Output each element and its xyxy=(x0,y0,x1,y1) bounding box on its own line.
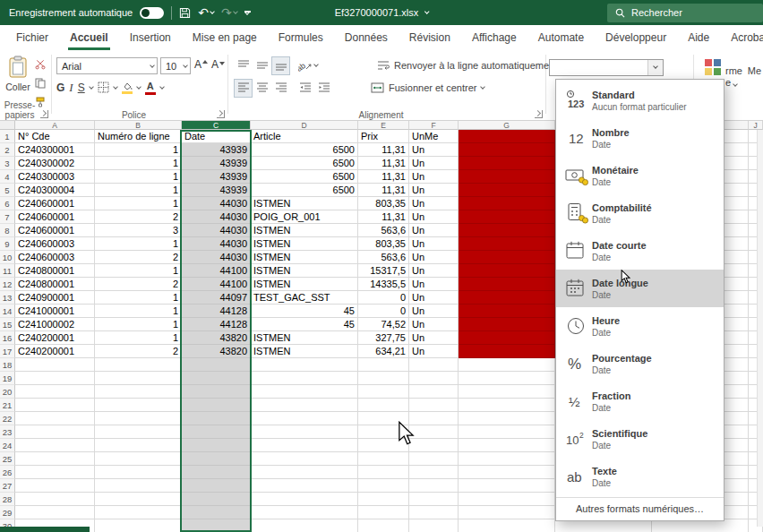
cell-C30[interactable] xyxy=(182,519,251,532)
cell-G10[interactable] xyxy=(459,251,555,264)
cell-B16[interactable]: 1 xyxy=(95,331,182,345)
tab-insertion[interactable]: Insertion xyxy=(119,25,182,50)
row-header-29[interactable]: 29 xyxy=(0,506,15,519)
cell-A6[interactable]: C240600001 xyxy=(15,197,95,210)
cell-E11[interactable]: 15317,5 xyxy=(358,264,409,278)
cut-button[interactable] xyxy=(35,59,46,72)
cell-C15[interactable]: 44128 xyxy=(182,318,251,331)
cell-A28[interactable] xyxy=(15,493,95,506)
cell-C22[interactable] xyxy=(182,412,251,425)
cell-D30[interactable] xyxy=(251,519,358,532)
cell-B19[interactable] xyxy=(95,372,182,385)
cell-C21[interactable] xyxy=(182,399,251,412)
cell-C10[interactable]: 44030 xyxy=(182,251,251,264)
cell-A1[interactable]: N° Cde xyxy=(15,130,95,143)
row-header-19[interactable]: 19 xyxy=(0,372,15,385)
cell-C7[interactable]: 44030 xyxy=(182,210,251,224)
cell-D8[interactable]: ISTMEN xyxy=(251,224,358,237)
font-name-combobox[interactable]: Arial xyxy=(56,57,158,74)
cell-A4[interactable]: C240300003 xyxy=(15,170,95,184)
column-header-a[interactable]: A xyxy=(15,121,95,130)
cell-D18[interactable] xyxy=(251,358,358,372)
cell-A26[interactable] xyxy=(15,466,95,479)
cell-F30[interactable] xyxy=(409,519,459,532)
cell-F2[interactable]: Un xyxy=(409,143,459,157)
cell-B11[interactable]: 1 xyxy=(95,264,182,278)
cell-C14[interactable]: 44128 xyxy=(182,305,251,318)
cell-F17[interactable]: Un xyxy=(409,345,459,358)
cell-D15[interactable]: 45 xyxy=(251,318,358,331)
cell-F13[interactable]: Un xyxy=(409,291,459,305)
cell-F11[interactable]: Un xyxy=(409,264,459,278)
cell-F19[interactable] xyxy=(409,372,459,385)
tab-revision[interactable]: Révision xyxy=(399,25,461,50)
format-option-monetaire[interactable]: MonétaireDate xyxy=(556,157,724,194)
cell-F21[interactable] xyxy=(409,399,459,412)
cell-F5[interactable]: Un xyxy=(409,184,459,197)
cell-A13[interactable]: C240900001 xyxy=(15,291,95,305)
cell-F18[interactable] xyxy=(409,358,459,372)
cell-C17[interactable]: 43820 xyxy=(182,345,251,358)
cell-G16[interactable] xyxy=(459,331,555,345)
cell-E4[interactable]: 11,31 xyxy=(358,170,409,184)
cell-G28[interactable] xyxy=(459,493,555,506)
cell-B24[interactable] xyxy=(95,439,182,452)
cell-E9[interactable]: 803,35 xyxy=(358,237,409,251)
cell-B18[interactable] xyxy=(95,358,182,372)
cell-E2[interactable]: 11,31 xyxy=(358,143,409,157)
align-left-button[interactable] xyxy=(234,79,253,98)
decrease-indent-button[interactable] xyxy=(296,79,314,98)
cell-A9[interactable]: C240600003 xyxy=(15,237,95,251)
more-number-formats-item[interactable]: Autres formats numériques… xyxy=(556,497,724,520)
cell-G9[interactable] xyxy=(459,237,555,251)
cell-C28[interactable] xyxy=(182,493,251,506)
cell-B6[interactable]: 1 xyxy=(95,197,182,210)
increase-font-size-button[interactable]: A xyxy=(194,58,208,71)
cell-D6[interactable]: ISTMEN xyxy=(251,197,358,210)
format-option-date-longue[interactable]: Date longueDate xyxy=(556,270,724,307)
cell-C3[interactable]: 43939 xyxy=(182,157,251,170)
cell-A23[interactable] xyxy=(15,425,95,439)
row-header-8[interactable]: 8 xyxy=(0,224,15,237)
alignment-dialog-launcher[interactable] xyxy=(535,110,543,118)
column-header-f[interactable]: F xyxy=(409,121,459,130)
cell-E17[interactable]: 634,21 xyxy=(358,345,409,358)
cell-B12[interactable]: 2 xyxy=(95,278,182,291)
cell-B29[interactable] xyxy=(95,506,182,519)
column-header-e[interactable]: E xyxy=(358,121,409,130)
cell-G4[interactable] xyxy=(459,170,555,184)
orientation-dropdown-icon[interactable] xyxy=(313,62,319,67)
cell-B23[interactable] xyxy=(95,425,182,439)
format-option-fraction[interactable]: ½FractionDate xyxy=(556,382,724,420)
copy-button[interactable] xyxy=(35,78,46,90)
row-header-27[interactable]: 27 xyxy=(0,479,15,493)
cell-G26[interactable] xyxy=(459,466,555,479)
cell-A2[interactable]: C240300001 xyxy=(15,143,95,157)
cell-G19[interactable] xyxy=(459,372,555,385)
tab-mise-en-page[interactable]: Mise en page xyxy=(182,25,268,50)
cell-A21[interactable] xyxy=(15,399,95,412)
cell-E29[interactable] xyxy=(358,506,409,519)
row-header-11[interactable]: 11 xyxy=(0,264,15,278)
cell-G18[interactable] xyxy=(459,358,555,372)
cell-C2[interactable]: 43939 xyxy=(182,143,251,157)
number-format-combobox[interactable] xyxy=(549,59,664,76)
font-color-dropdown-icon[interactable] xyxy=(159,84,165,90)
row-header-28[interactable]: 28 xyxy=(0,493,15,506)
cell-D14[interactable]: 45 xyxy=(251,305,358,318)
cell-F27[interactable] xyxy=(409,479,459,493)
align-bottom-button[interactable] xyxy=(271,56,290,75)
row-header-1[interactable]: 1 xyxy=(0,130,15,143)
cell-E8[interactable]: 563,6 xyxy=(358,224,409,237)
cell-B3[interactable]: 1 xyxy=(95,157,182,170)
cell-F29[interactable] xyxy=(409,506,459,519)
cell-I30[interactable] xyxy=(652,519,749,532)
row-header-23[interactable]: 23 xyxy=(0,425,15,439)
row-header-17[interactable]: 17 xyxy=(0,345,15,358)
cell-E7[interactable]: 11,31 xyxy=(358,210,409,224)
cell-B28[interactable] xyxy=(95,493,182,506)
cell-B22[interactable] xyxy=(95,412,182,425)
borders-dropdown-icon[interactable] xyxy=(113,84,118,90)
row-header-22[interactable]: 22 xyxy=(0,412,15,425)
cell-G27[interactable] xyxy=(459,479,555,493)
